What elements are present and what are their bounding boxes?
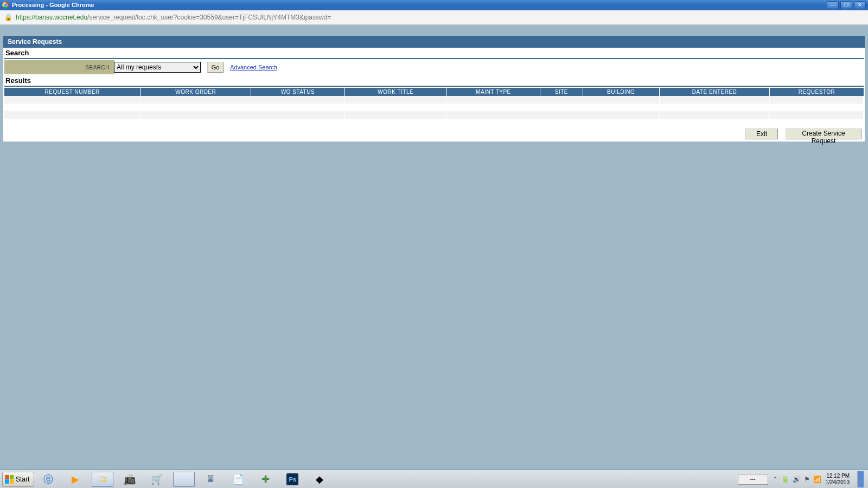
lock-icon: 🔒	[4, 14, 12, 21]
taskbar-scanner-icon[interactable]: 📠	[119, 472, 141, 487]
taskbar-black-app-icon[interactable]: ◆	[309, 472, 330, 487]
table-header-row: REQUEST NUMBER WORK ORDER WO STATUS WORK…	[4, 88, 864, 96]
col-request-number[interactable]: REQUEST NUMBER	[4, 88, 141, 96]
results-table: REQUEST NUMBER WORK ORDER WO STATUS WORK…	[4, 88, 864, 126]
start-button[interactable]: Start	[2, 472, 34, 487]
taskbar-ie-icon[interactable]: ⓔ	[37, 472, 59, 487]
search-section-title: Search	[4, 48, 864, 59]
window-title: Processing - Google Chrome	[12, 2, 827, 8]
search-label: SEARCH	[4, 65, 113, 70]
chrome-icon	[2, 2, 9, 9]
url-display[interactable]: https://banss.wccnet.edu/service_request…	[16, 14, 331, 21]
advanced-search-link[interactable]: Advanced Search	[230, 64, 277, 70]
minimize-button[interactable]: —	[827, 1, 839, 9]
clock-time: 12:12 PM	[826, 473, 850, 479]
taskbar-apps: ⓔ ▶ 🗂 📠 🛒 🖩 📄 ✚ Ps ◆	[37, 472, 330, 487]
col-building[interactable]: BUILDING	[583, 88, 659, 96]
taskbar-clock[interactable]: 12:12 PM 1/24/2013	[826, 473, 850, 486]
maximize-button[interactable]: ❐	[840, 1, 852, 9]
start-label: Start	[16, 476, 29, 483]
col-requestor[interactable]: REQUESTOR	[770, 88, 864, 96]
tray-chevron-icon[interactable]: ⌃	[773, 476, 778, 483]
tray-icons: ⌃ 🔋 🔊 ⚑ 📶	[773, 476, 821, 483]
close-button[interactable]: ✕	[854, 1, 866, 9]
col-maint-type[interactable]: MAINT TYPE	[446, 88, 540, 96]
url-rest-part: /service_request/loc.chk_user?cookie=305…	[87, 14, 331, 21]
taskbar-chrome-icon[interactable]	[173, 472, 195, 487]
taskbar-word-icon[interactable]: 📄	[227, 472, 249, 487]
exit-button[interactable]: Exit	[745, 129, 778, 139]
taskbar-media-icon[interactable]: ▶	[65, 472, 86, 487]
search-row: SEARCH	[4, 60, 114, 74]
clock-date: 1/24/2013	[826, 479, 850, 486]
address-bar: 🔒 https://banss.wccnet.edu/service_reque…	[0, 10, 868, 25]
window-titlebar: Processing - Google Chrome — ❐ ✕	[0, 0, 868, 10]
results-section-title: Results	[4, 75, 864, 87]
col-wo-status[interactable]: WO STATUS	[251, 88, 344, 96]
search-select[interactable]: All my requests	[114, 62, 201, 73]
language-indicator[interactable]: ---	[738, 474, 768, 485]
bottom-button-row: Exit Create Service Request	[3, 126, 865, 142]
tray-battery-icon[interactable]: 🔋	[781, 476, 789, 483]
tray-volume-icon[interactable]: 🔊	[793, 476, 801, 483]
create-service-request-button[interactable]: Create Service Request	[786, 129, 861, 139]
taskbar-explorer-icon[interactable]: 🗂	[92, 472, 113, 487]
tray-network-icon[interactable]: 📶	[813, 476, 821, 483]
table-row	[4, 119, 864, 126]
tray-flag-icon[interactable]: ⚑	[804, 476, 810, 483]
taskbar-red-app-icon[interactable]: 🛒	[146, 472, 168, 487]
col-date-entered[interactable]: DATE ENTERED	[659, 88, 770, 96]
taskbar-calculator-icon[interactable]: 🖩	[200, 472, 222, 487]
panel-header: Service Requests	[3, 36, 865, 48]
col-work-title[interactable]: WORK TITLE	[344, 88, 446, 96]
show-desktop-button[interactable]	[857, 471, 864, 487]
table-row	[4, 111, 864, 119]
table-row	[4, 104, 864, 111]
taskbar-green-app-icon[interactable]: ✚	[254, 472, 276, 487]
go-button[interactable]: Go	[207, 62, 224, 73]
table-row	[4, 96, 864, 104]
col-work-order[interactable]: WORK ORDER	[141, 88, 251, 96]
col-site[interactable]: SITE	[540, 88, 583, 96]
page-body: Service Requests Search SEARCH All my re…	[0, 36, 868, 142]
taskbar-photoshop-icon[interactable]: Ps	[282, 472, 303, 487]
url-secure-part: https://banss.wccnet.edu	[16, 14, 87, 21]
windows-flag-icon	[5, 475, 14, 484]
system-tray: --- ⌃ 🔋 🔊 ⚑ 📶 12:12 PM 1/24/2013	[738, 471, 866, 487]
taskbar: Start ⓔ ▶ 🗂 📠 🛒 🖩 📄 ✚ Ps ◆ --- ⌃ 🔋 🔊 ⚑ 📶…	[0, 470, 868, 488]
window-controls: — ❐ ✕	[827, 1, 866, 9]
service-requests-panel: Service Requests Search SEARCH All my re…	[3, 36, 865, 142]
